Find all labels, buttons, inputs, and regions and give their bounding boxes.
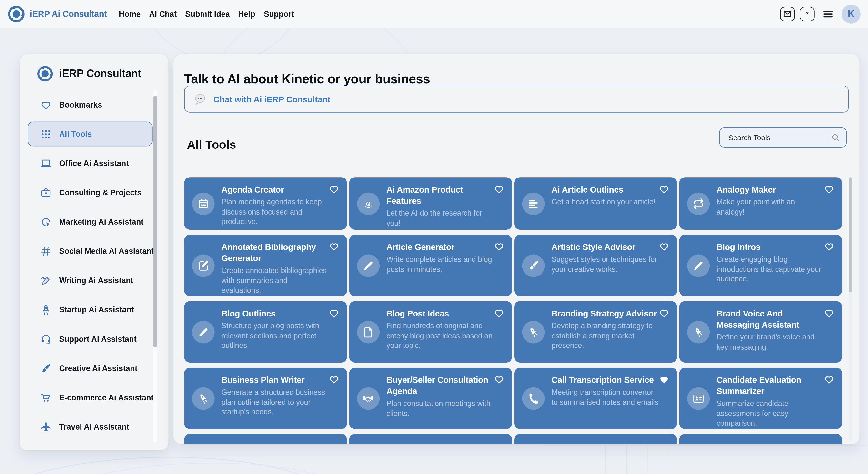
sidebar-item-support-ai-assistant[interactable]: Support Ai Assistant	[28, 326, 153, 351]
messages-button[interactable]	[780, 7, 795, 22]
tool-icon-circle: a	[357, 192, 380, 215]
favorite-heart-icon[interactable]	[824, 308, 835, 319]
tool-card-article-generator[interactable]: Article Generator Write complete article…	[349, 235, 512, 296]
favorite-heart-icon[interactable]	[824, 374, 835, 385]
tool-card-partial[interactable]	[514, 434, 677, 444]
sidebar-item-e-commerce-ai-assistant[interactable]: E-commerce Ai Assistant	[28, 385, 153, 410]
sidebar-item-travel-ai-assistant[interactable]: Travel Ai Assistant	[28, 414, 153, 439]
tool-title: Ai Article Outlines	[551, 184, 658, 195]
sidebar-item-consulting-projects[interactable]: Consulting & Projects	[28, 180, 153, 205]
nav-link-ai-chat[interactable]: Ai Chat	[149, 9, 177, 19]
tool-description: Write complete articles and blog posts i…	[386, 255, 494, 274]
tool-card-ai-amazon-product-features[interactable]: a Ai Amazon Product Features Let the AI …	[349, 177, 512, 230]
tool-card-agenda-creator[interactable]: Agenda Creator Plan meeting agendas to k…	[184, 177, 347, 230]
sidebar-item-label: Marketing Ai Assistant	[59, 217, 144, 226]
favorite-heart-icon-filled[interactable]	[658, 374, 670, 385]
nav-link-support[interactable]: Support	[264, 9, 294, 19]
chat-with-ai-button[interactable]: Chat with Ai iERP Consultant	[184, 86, 849, 113]
sidebar-scrollbar-thumb[interactable]	[153, 96, 157, 347]
brand[interactable]: iERP Ai Consultant	[7, 5, 107, 23]
tool-card-analogy-maker[interactable]: Analogy Maker Make your point with an an…	[679, 177, 842, 230]
nav-link-home[interactable]: Home	[119, 9, 141, 19]
favorite-heart-icon[interactable]	[329, 241, 340, 252]
menu-icon[interactable]	[822, 8, 834, 20]
favorite-heart-icon[interactable]	[329, 374, 340, 385]
brand-name: iERP Ai Consultant	[30, 9, 107, 19]
tool-card-ai-article-outlines[interactable]: Ai Article Outlines Get a head start on …	[514, 177, 677, 230]
favorite-heart-icon[interactable]	[824, 184, 835, 195]
favorite-heart-icon[interactable]	[494, 241, 505, 252]
tool-description: Make your point with an analogy!	[716, 197, 824, 217]
page-title: Talk to AI about Kinetic or your busines…	[184, 72, 430, 87]
tool-card-partial[interactable]	[184, 434, 347, 444]
sidebar-item-creative-ai-assistant[interactable]: Creative Ai Assistant	[28, 356, 153, 381]
swirl-logo-icon	[7, 5, 25, 23]
top-navbar: iERP Ai Consultant HomeAi ChatSubmit Ide…	[0, 0, 868, 28]
favorite-heart-icon[interactable]	[824, 241, 835, 252]
favorite-heart-icon[interactable]	[494, 374, 505, 385]
sidebar-item-label: Creative Ai Assistant	[59, 364, 137, 373]
tools-scrollbar	[849, 177, 852, 441]
sidebar-item-list: Bookmarks All Tools Office Ai Assistant …	[20, 92, 168, 439]
heart-icon	[329, 184, 340, 195]
headset-icon	[40, 333, 52, 345]
nav-link-submit-idea[interactable]: Submit Idea	[185, 9, 230, 19]
heart-icon	[494, 374, 505, 385]
favorite-heart-icon[interactable]	[494, 308, 505, 319]
tool-card-blog-post-ideas[interactable]: Blog Post Ideas Find hundreds of origina…	[349, 301, 512, 362]
sidebar: iERP Consultant Bookmarks All Tools Offi…	[20, 54, 168, 450]
tool-card-call-transcription-service[interactable]: Call Transcription Service Meeting trans…	[514, 368, 677, 429]
sidebar-item-all-tools[interactable]: All Tools	[28, 122, 153, 147]
search-input[interactable]	[727, 133, 831, 142]
plane-icon	[40, 421, 52, 433]
tool-card-brand-voice-and-messaging-assistant[interactable]: Brand Voice And Messaging Assistant Defi…	[679, 301, 842, 362]
favorite-heart-icon[interactable]	[658, 308, 670, 319]
favorite-heart-icon[interactable]	[658, 184, 670, 195]
navbar-actions: ? K	[780, 4, 861, 24]
help-button[interactable]: ?	[800, 7, 814, 22]
speech-bubble-icon	[194, 93, 207, 105]
tool-card-blog-intros[interactable]: Blog Intros Create engaging blog introdu…	[679, 235, 842, 296]
tools-scrollbar-thumb[interactable]	[849, 177, 852, 292]
plane-icon	[40, 421, 52, 433]
sidebar-item-label: Support Ai Assistant	[59, 334, 136, 343]
favorite-heart-icon[interactable]	[329, 184, 340, 195]
tool-card-buyer-seller-consultation-agenda[interactable]: Buyer/Seller Consultation Agenda Plan co…	[349, 368, 512, 429]
tool-card-blog-outlines[interactable]: Blog Outlines Structure your blog posts …	[184, 301, 347, 362]
chat-button-label: Chat with Ai iERP Consultant	[214, 94, 330, 104]
tool-title: Blog Post Ideas	[386, 308, 494, 319]
favorite-heart-icon[interactable]	[329, 308, 340, 319]
tool-description: Define your brand's voice and key messag…	[716, 332, 824, 352]
mail-icon	[783, 9, 792, 19]
heart-icon	[494, 308, 505, 319]
rocket-icon	[527, 326, 539, 338]
tool-card-partial[interactable]	[349, 434, 512, 444]
sidebar-item-office-ai-assistant[interactable]: Office Ai Assistant	[28, 151, 153, 176]
sidebar-item-bookmarks[interactable]: Bookmarks	[28, 92, 153, 117]
sidebar-item-label: Office Ai Assistant	[59, 159, 129, 168]
tool-card-branding-strategy-advisor[interactable]: Branding Strategy Advisor Develop a bran…	[514, 301, 677, 362]
sidebar-header: iERP Consultant	[20, 54, 168, 82]
sidebar-item-writing-ai-assistant[interactable]: Writing Ai Assistant	[28, 268, 153, 293]
tool-title: Branding Strategy Advisor	[551, 308, 658, 319]
tool-card-candidate-evaluation-summarizer[interactable]: Candidate Evaluation Summarizer Summariz…	[679, 368, 842, 429]
sidebar-item-startup-ai-assistant[interactable]: Startup Ai Assistant	[28, 297, 153, 322]
speech-bubble-icon	[194, 93, 207, 105]
nav-link-help[interactable]: Help	[238, 9, 255, 19]
tool-card-business-plan-writer[interactable]: Business Plan Writer Generate a structur…	[184, 368, 347, 429]
tool-card-partial[interactable]	[679, 434, 842, 444]
menu-icon	[822, 8, 834, 20]
tool-card-annotated-bibliography-generator[interactable]: Annotated Bibliography Generator Create …	[184, 235, 347, 296]
id-card-icon	[692, 392, 705, 405]
sidebar-item-marketing-ai-assistant[interactable]: Marketing Ai Assistant	[28, 210, 153, 234]
tool-title: Call Transcription Service	[551, 374, 658, 385]
favorite-heart-icon[interactable]	[658, 241, 670, 252]
rocket-outline-icon	[40, 304, 52, 316]
heart-icon	[658, 241, 670, 252]
sidebar-item-social-media-ai-assistant[interactable]: Social Media Ai Assistant	[28, 239, 153, 263]
tool-card-artistic-style-advisor[interactable]: Artistic Style Advisor Suggest styles or…	[514, 235, 677, 296]
favorite-heart-icon[interactable]	[494, 184, 505, 195]
pen-signature-icon	[40, 275, 52, 286]
avatar[interactable]: K	[841, 4, 861, 24]
sidebar-item-label: Social Media Ai Assistant	[59, 247, 154, 256]
